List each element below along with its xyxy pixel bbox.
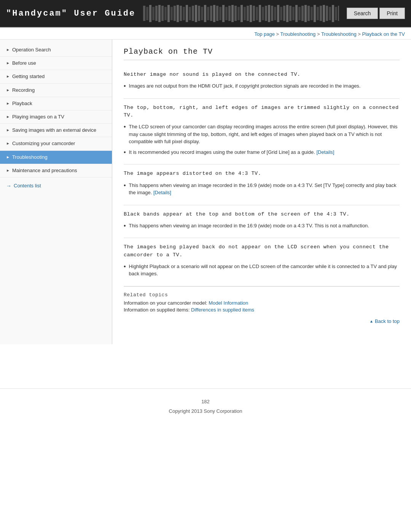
sidebar-item-label: Saving images with an external device: [12, 127, 107, 134]
bullet-icon: •: [124, 149, 126, 155]
sidebar-arrow-icon: ►: [6, 74, 10, 79]
sidebar-item-label: Recording: [12, 87, 107, 94]
sidebar-item-playing-images[interactable]: ► Playing images on a TV: [0, 110, 112, 124]
details-link-1[interactable]: [Details]: [316, 149, 334, 155]
supplied-items-link[interactable]: Differences in supplied items: [191, 307, 254, 313]
sidebar-item-before-use[interactable]: ► Before use: [0, 57, 112, 70]
back-to-top-link[interactable]: ▲ Back to top: [370, 318, 400, 324]
back-to-top-arrow-icon: ▲: [370, 319, 373, 323]
bullet-list-2: • The LCD screen of your camcorder can d…: [124, 123, 400, 156]
bullet-list-1: • Images are not output from the HDMI OU…: [124, 82, 400, 90]
bullet-text: The LCD screen of your camcorder can dis…: [129, 123, 400, 145]
section-heading-5: The images being played back do not appe…: [124, 243, 400, 259]
sidebar-item-troubleshooting[interactable]: ► Troubleshooting: [0, 151, 112, 164]
print-button[interactable]: Print: [379, 8, 405, 19]
sidebar-item-operation-search[interactable]: ► Operation Search: [0, 43, 112, 57]
bullet-icon: •: [124, 124, 126, 130]
sidebar-arrow-icon: ►: [6, 88, 10, 93]
bullet-text: This happens when viewing an image recor…: [129, 222, 369, 230]
page-header: "Handycam" User Guide: [0, 0, 411, 27]
sidebar-item-label: Playback: [12, 100, 107, 107]
sidebar-arrow-icon: ►: [6, 61, 10, 66]
page-title: Playback on the TV: [124, 47, 400, 60]
header-buttons: Search Print: [347, 8, 405, 19]
section-heading-1: Neither image nor sound is played on the…: [124, 71, 400, 78]
page-number: 182: [0, 395, 411, 408]
breadcrumb-link-troubleshooting1[interactable]: Troubleshooting: [280, 31, 316, 37]
sidebar-arrow-icon: ►: [6, 155, 10, 160]
related-topic-supplied-prefix: Information on supplied items:: [124, 307, 191, 313]
sidebar-arrow-icon: ►: [6, 168, 10, 173]
sidebar-item-customizing[interactable]: ► Customizing your camcorder: [0, 137, 112, 150]
related-topics-title: Related topics: [124, 292, 400, 298]
sidebar-item-label: Getting started: [12, 73, 107, 80]
related-topic-model: Information on your camcorder model: Mod…: [124, 300, 400, 306]
list-item: • It is recommended you record images us…: [124, 149, 400, 156]
list-item: • This happens when viewing an image rec…: [124, 182, 400, 197]
bullet-icon: •: [124, 182, 126, 189]
bullet-list-4: • This happens when viewing an image rec…: [124, 222, 400, 230]
contents-arrow-icon: →: [6, 183, 11, 189]
list-item: • Highlight Playback or a scenario will …: [124, 263, 400, 278]
section-1: Neither image nor sound is played on the…: [124, 66, 400, 99]
list-item: • This happens when viewing an image rec…: [124, 222, 400, 230]
breadcrumb: Top page > Troubleshooting > Troubleshoo…: [0, 27, 411, 40]
sidebar-item-saving-images[interactable]: ► Saving images with an external device: [0, 124, 112, 137]
section-heading-3: The image appears distorted on the 4:3 T…: [124, 170, 400, 177]
sidebar-item-label: Playing images on a TV: [12, 113, 107, 120]
related-topics: Related topics Information on your camco…: [124, 286, 400, 326]
contents-list-label: Contents list: [14, 183, 41, 189]
bullet-text: This happens when viewing an image recor…: [129, 182, 400, 197]
sidebar-arrow-icon: ►: [6, 47, 10, 53]
bullet-list-3: • This happens when viewing an image rec…: [124, 182, 400, 197]
bullet-text: Highlight Playback or a scenario will no…: [129, 263, 400, 278]
breadcrumb-link-top[interactable]: Top page: [254, 31, 275, 37]
sidebar-item-getting-started[interactable]: ► Getting started: [0, 70, 112, 83]
sidebar-item-label: Maintenance and precautions: [12, 167, 107, 174]
section-3: The image appears distorted on the 4:3 T…: [124, 165, 400, 205]
sidebar-arrow-icon: ►: [6, 114, 10, 120]
section-5: The images being played back do not appe…: [124, 238, 400, 286]
related-topic-supplied: Information on supplied items: Differenc…: [124, 307, 400, 313]
breadcrumb-link-playback[interactable]: Playback on the TV: [362, 31, 405, 37]
bullet-text: Images are not output from the HDMI OUT …: [129, 82, 361, 90]
sidebar-item-label: Before use: [12, 60, 107, 67]
content-area: Playback on the TV Neither image nor sou…: [112, 40, 411, 333]
back-to-top-row: ▲ Back to top: [124, 314, 400, 326]
search-button[interactable]: Search: [347, 8, 378, 19]
section-2: The top, bottom, right, and left edges o…: [124, 99, 400, 165]
bullet-text: It is recommended you record images usin…: [129, 149, 335, 156]
model-information-link[interactable]: Model Information: [209, 300, 248, 306]
site-title: "Handycam" User Guide: [6, 9, 135, 18]
list-item: • The LCD screen of your camcorder can d…: [124, 123, 400, 145]
sidebar-arrow-icon: ►: [6, 141, 10, 146]
sidebar-item-recording[interactable]: ► Recording: [0, 84, 112, 97]
section-heading-4: Black bands appear at the top and bottom…: [124, 211, 400, 218]
section-4: Black bands appear at the top and bottom…: [124, 205, 400, 238]
sidebar-item-label: Customizing your camcorder: [12, 140, 107, 147]
sidebar: ► Operation Search ► Before use ► Gettin…: [0, 40, 112, 344]
bullet-icon: •: [124, 223, 126, 229]
main-layout: ► Operation Search ► Before use ► Gettin…: [0, 40, 411, 382]
sidebar-item-label: Operation Search: [12, 46, 107, 53]
breadcrumb-link-troubleshooting2[interactable]: Troubleshooting: [321, 31, 357, 37]
sidebar-arrow-icon: ►: [6, 101, 10, 106]
sidebar-item-label: Troubleshooting: [12, 154, 107, 161]
related-topic-model-prefix: Information on your camcorder model:: [124, 300, 209, 306]
section-heading-2: The top, bottom, right, and left edges o…: [124, 104, 400, 120]
bullet-icon: •: [124, 264, 126, 270]
bullet-list-5: • Highlight Playback or a scenario will …: [124, 263, 400, 278]
bullet-icon: •: [124, 83, 126, 89]
sidebar-item-playback[interactable]: ► Playback: [0, 97, 112, 110]
footer: 182 Copyright 2013 Sony Corporation: [0, 388, 411, 425]
contents-list-link[interactable]: → Contents list: [0, 177, 112, 194]
back-to-top-label: Back to top: [375, 318, 400, 324]
list-item: • Images are not output from the HDMI OU…: [124, 82, 400, 90]
details-link-2[interactable]: [Details]: [153, 190, 171, 195]
copyright-text: Copyright 2013 Sony Corporation: [0, 408, 411, 414]
header-decoration: [143, 5, 339, 22]
sidebar-arrow-icon: ►: [6, 128, 10, 133]
sidebar-item-maintenance[interactable]: ► Maintenance and precautions: [0, 164, 112, 177]
